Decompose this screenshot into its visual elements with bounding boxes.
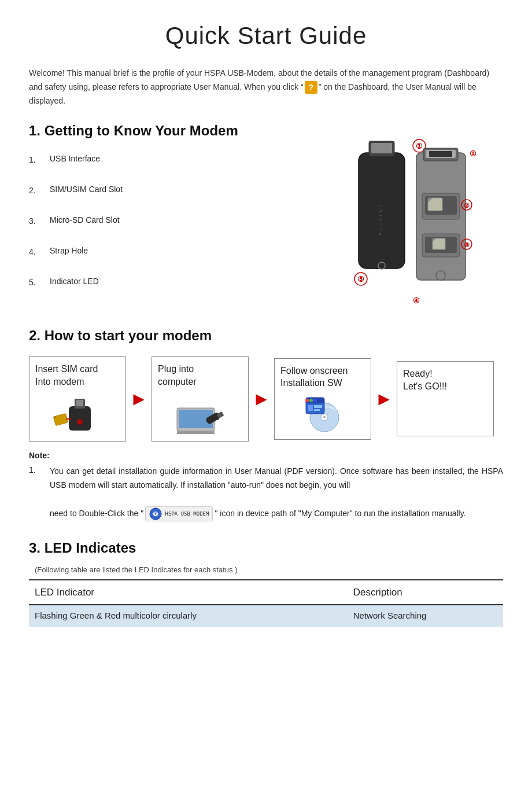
led-table-header-row: LED Indicator Description bbox=[29, 580, 503, 605]
note-num: 1. bbox=[29, 464, 50, 476]
svg-rect-28 bbox=[69, 406, 91, 431]
led-col-description: Description bbox=[348, 580, 503, 605]
help-icon: ? bbox=[305, 81, 317, 94]
svg-point-43 bbox=[323, 416, 326, 418]
note-list: 1. You can get detail installation guide… bbox=[29, 464, 503, 522]
svg-point-51 bbox=[313, 399, 317, 402]
svg-text:ALCATEL: ALCATEL bbox=[378, 203, 383, 236]
list-item: 2. SIM/USIM Card Slot bbox=[29, 183, 306, 197]
led-table-body: Flashing Green & Red multicolor circular… bbox=[29, 605, 503, 627]
right-arrow-icon: ► bbox=[252, 385, 271, 413]
list-item: 1. USB Interface bbox=[29, 153, 306, 166]
step3-icon-area bbox=[280, 393, 365, 433]
led-col-indicator: LED Indicator bbox=[29, 580, 348, 605]
step3-text: Follow onscreenInstallation SW bbox=[280, 365, 348, 389]
usb-modem-icon: HSPA USB MODEM bbox=[145, 506, 213, 521]
svg-rect-2 bbox=[371, 143, 392, 153]
led-section: 3. LED Indicates (Following table are li… bbox=[29, 538, 503, 627]
steps-row: Insert SIM cardInto modem ► Plug intocom… bbox=[29, 356, 503, 441]
right-arrow-icon: ► bbox=[375, 385, 393, 413]
led-table: LED Indicator Description Flashing Green… bbox=[29, 579, 503, 627]
note-label: Note: bbox=[29, 450, 503, 462]
svg-text:④: ④ bbox=[413, 296, 420, 305]
svg-point-54 bbox=[155, 513, 157, 515]
item-num: 1. bbox=[29, 153, 50, 166]
svg-rect-22 bbox=[433, 238, 445, 249]
svg-rect-30 bbox=[76, 400, 83, 406]
intro-paragraph: Welcome! This manual brief is the profil… bbox=[29, 67, 503, 108]
step1-icon-area bbox=[35, 392, 120, 435]
table-row: Flashing Green & Red multicolor circular… bbox=[29, 605, 503, 627]
item-num: 3. bbox=[29, 214, 50, 227]
item-label: SIM/USIM Card Slot bbox=[50, 183, 123, 196]
svg-rect-46 bbox=[308, 405, 313, 411]
step2-box: Plug intocomputer bbox=[152, 356, 249, 441]
svg-text:①: ① bbox=[470, 149, 476, 158]
step2-icon-area bbox=[158, 392, 242, 435]
section2-title: 2. How to start your modem bbox=[29, 325, 503, 346]
svg-rect-48 bbox=[314, 409, 320, 411]
svg-text:②: ② bbox=[464, 202, 470, 209]
item-label: Indicator LED bbox=[50, 275, 99, 288]
arrow3: ► bbox=[371, 385, 397, 413]
usb-modem-inline-icon bbox=[149, 508, 162, 520]
modem-features-list: 1. USB Interface 2. SIM/USIM Card Slot 3… bbox=[29, 147, 306, 295]
modem-diagram-section: 1. USB Interface 2. SIM/USIM Card Slot 3… bbox=[29, 147, 503, 315]
svg-rect-47 bbox=[314, 405, 322, 408]
item-label: Micro-SD Card Slot bbox=[50, 214, 120, 226]
svg-point-50 bbox=[309, 399, 313, 402]
svg-text:⑤: ⑤ bbox=[357, 275, 364, 284]
svg-point-49 bbox=[305, 399, 309, 402]
page-title: Quick Start Guide bbox=[29, 17, 503, 54]
modem-features-ul: 1. USB Interface 2. SIM/USIM Card Slot 3… bbox=[29, 153, 306, 289]
step2-icon bbox=[174, 392, 226, 435]
step4-box: Ready!Let's GO!!! bbox=[397, 361, 494, 436]
item-num: 2. bbox=[29, 183, 50, 197]
note-item: 1. You can get detail installation guide… bbox=[29, 464, 503, 522]
svg-text:③: ③ bbox=[464, 241, 470, 248]
item-label: USB Interface bbox=[50, 153, 100, 165]
svg-text:①: ① bbox=[416, 142, 423, 150]
step1-icon bbox=[51, 392, 104, 435]
led-table-header: LED Indicator Description bbox=[29, 580, 503, 605]
modem-image-col: ALCATEL ① ⑤ bbox=[306, 130, 503, 315]
note-body: You can get detail installation guide in… bbox=[50, 464, 503, 522]
led-indicator-cell: Flashing Green & Red multicolor circular… bbox=[29, 605, 348, 627]
step2-text: Plug intocomputer bbox=[158, 363, 197, 388]
section3-title: 3. LED Indicates bbox=[29, 538, 503, 558]
svg-rect-40 bbox=[177, 431, 215, 434]
modem-diagram-svg: ALCATEL ① ⑤ bbox=[318, 130, 492, 315]
usb-modem-label: HSPA USB MODEM bbox=[162, 510, 209, 519]
item-label: Strap Hole bbox=[50, 245, 88, 257]
list-item: 4. Strap Hole bbox=[29, 245, 306, 258]
svg-point-33 bbox=[77, 419, 83, 425]
note-section: Note: 1. You can get detail installation… bbox=[29, 450, 503, 522]
step3-icon bbox=[301, 393, 345, 433]
arrow1: ► bbox=[126, 385, 152, 413]
list-item: 3. Micro-SD Card Slot bbox=[29, 214, 306, 227]
svg-rect-31 bbox=[53, 413, 68, 425]
item-num: 5. bbox=[29, 275, 50, 289]
step3-box: Follow onscreenInstallation SW bbox=[274, 358, 371, 440]
led-description-cell: Network Searching bbox=[348, 605, 503, 627]
svg-rect-12 bbox=[429, 151, 452, 157]
step4-text: Ready!Let's GO!!! bbox=[403, 367, 447, 392]
step1-text: Insert SIM cardInto modem bbox=[35, 363, 98, 388]
item-num: 4. bbox=[29, 245, 50, 258]
list-item: 5. Indicator LED bbox=[29, 275, 306, 289]
step1-box: Insert SIM cardInto modem bbox=[29, 356, 126, 441]
arrow2: ► bbox=[249, 385, 274, 413]
right-arrow-icon: ► bbox=[130, 385, 148, 413]
led-subtitle: (Following table are listed the LED Indi… bbox=[29, 564, 503, 576]
